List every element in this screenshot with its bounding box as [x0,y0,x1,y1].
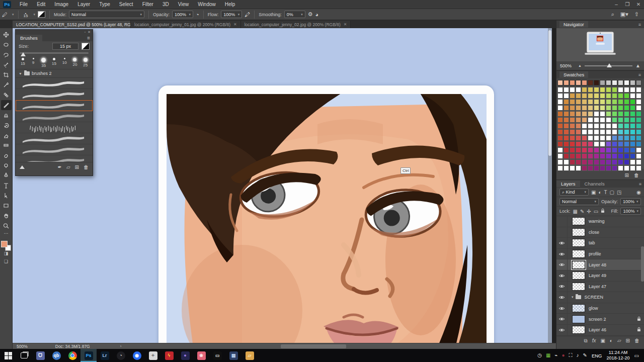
swatch-chip-4[interactable] [576,80,581,85]
wheel-swatch[interactable] [588,117,593,123]
foreground-color-chip[interactable] [1,241,8,247]
brush-item-6[interactable] [16,133,93,144]
wheel-swatch[interactable] [564,99,569,105]
wheel-swatch[interactable] [570,123,575,129]
workspace-switcher-icon[interactable]: ▣▾ [620,11,628,18]
wheel-swatch[interactable] [557,99,563,105]
brush-preset-15[interactable]: 15 [18,58,28,68]
wheel-swatch[interactable] [594,129,599,135]
wheel-swatch[interactable] [564,141,569,147]
wheel-swatch[interactable] [557,93,563,99]
new-swatch-icon[interactable]: ⊞ [625,172,629,178]
layer-thumbnail[interactable] [572,239,585,247]
wheel-swatch[interactable] [606,117,611,123]
menu-3d[interactable]: 3D [158,1,174,8]
wheel-swatch[interactable] [618,117,623,123]
wheel-swatch[interactable] [600,141,605,147]
wheel-swatch[interactable] [624,147,629,153]
wheel-swatch[interactable] [618,93,623,99]
wheel-swatch[interactable] [576,153,581,159]
layer-name[interactable]: screen 2 [589,317,637,322]
wheel-swatch[interactable] [588,153,593,159]
swatches-scrollbar[interactable] [641,88,644,169]
wheel-swatch[interactable] [606,99,611,105]
wheel-swatch[interactable] [594,87,599,93]
smoothing-gear-icon[interactable]: ⚙ [308,11,313,18]
wheel-swatch[interactable] [557,87,563,93]
wheel-swatch[interactable] [557,153,563,159]
wheel-swatch[interactable] [564,111,569,117]
wheel-swatch[interactable] [570,105,575,111]
visibility-toggle[interactable] [556,303,568,314]
move-tool[interactable] [1,30,12,40]
slider-knob[interactable] [607,63,612,67]
lock-position-icon[interactable]: ✢ [587,209,591,214]
visibility-toggle[interactable] [556,270,568,281]
opacity-select[interactable]: 100%▾ [172,11,193,18]
brush-item-3[interactable] [16,100,93,111]
wheel-swatch[interactable] [606,129,611,135]
wheel-swatch[interactable] [570,159,575,165]
layer-thumbnail[interactable] [572,315,585,323]
visibility-toggle[interactable] [556,314,568,324]
wheel-swatch[interactable] [557,105,563,111]
tray-icon-2[interactable]: ▦ [546,352,550,358]
wheel-swatch[interactable] [582,117,587,123]
layer-name[interactable]: profile [589,251,641,256]
delete-brush-icon[interactable]: 🗑 [84,164,89,170]
type-tool[interactable] [1,180,12,191]
brush-stroke-preview-icon[interactable]: ✒ [58,164,62,170]
taskbar-mail[interactable]: ▤ [225,349,242,362]
wheel-swatch[interactable] [612,159,617,165]
layer-name[interactable]: Layer 47 [589,284,641,289]
wheel-swatch[interactable] [588,99,593,105]
wheel-swatch[interactable] [557,159,563,165]
brush-size-input[interactable]: 15 px [52,43,78,50]
layer-row-layer-49[interactable]: Layer 49 [556,270,644,282]
wheel-swatch[interactable] [576,129,581,135]
swatch-chip-9[interactable] [606,80,611,85]
wheel-swatch[interactable] [582,159,587,165]
swatch-chip-10[interactable] [612,80,617,85]
panel-menu-icon[interactable]: ≡ [638,22,641,27]
lock-artboard-icon[interactable]: ▭ [594,209,598,214]
wheel-swatch[interactable] [606,111,611,117]
wheel-swatch[interactable] [624,123,629,129]
layer-row-layer-48[interactable]: Layer 48 [556,259,644,270]
visibility-toggle[interactable] [556,292,568,303]
wheel-swatch[interactable] [582,93,587,99]
layer-row-glow[interactable]: glow [556,303,644,314]
wheel-swatch[interactable] [606,159,611,165]
wheel-swatch[interactable] [618,153,623,159]
search-icon[interactable]: ⌕ [611,11,614,18]
wheel-swatch[interactable] [588,165,593,171]
layer-thumbnail[interactable] [572,326,585,334]
panel-menu-icon[interactable]: ≡ [87,35,90,41]
swatch-chip-5[interactable] [582,80,587,85]
wheel-swatch[interactable] [630,129,635,135]
toggle-brush-panel-icon[interactable] [38,11,45,18]
wheel-swatch[interactable] [600,135,605,141]
pen-tool[interactable] [1,170,12,180]
wheel-swatch[interactable] [630,93,635,99]
wheel-swatch[interactable] [612,93,617,99]
wheel-swatch[interactable] [570,129,575,135]
wheel-swatch[interactable] [624,105,629,111]
tray-icon-1[interactable]: ◷ [537,352,542,358]
hand-tool[interactable] [1,211,12,221]
wheel-swatch[interactable] [557,147,563,153]
wheel-swatch[interactable] [630,153,635,159]
wheel-swatch[interactable] [630,141,635,147]
wheel-swatch[interactable] [576,123,581,129]
wheel-swatch[interactable] [606,87,611,93]
wheel-swatch[interactable] [612,135,617,141]
fill-select[interactable]: 100%▾ [620,208,641,215]
menu-layer[interactable]: Layer [73,1,95,8]
wheel-swatch[interactable] [594,93,599,99]
wheel-swatch[interactable] [600,87,605,93]
wheel-swatch[interactable] [618,135,623,141]
wheel-swatch[interactable] [606,165,611,171]
filter-adjustment-icon[interactable]: ◐ [598,190,601,195]
layer-name[interactable]: Layer 49 [589,273,641,278]
adjustment-layer-icon[interactable]: ◐ [610,338,613,343]
